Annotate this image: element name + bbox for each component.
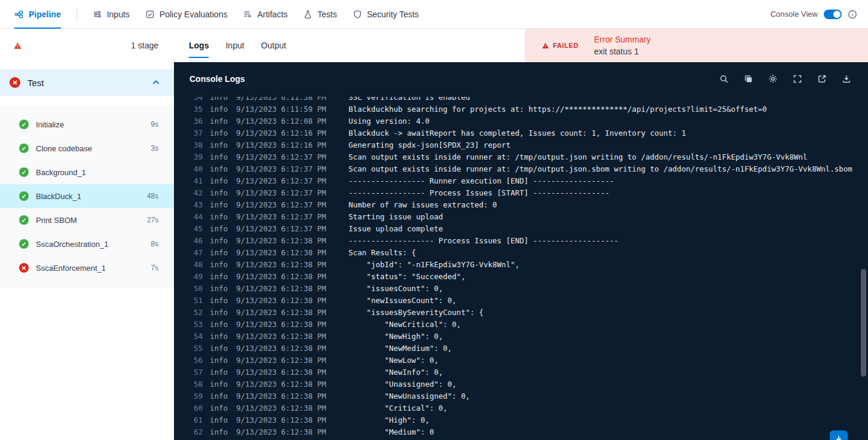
log-message: "NewHigh": 0,: [349, 331, 443, 343]
tab-pipeline[interactable]: Pipeline: [14, 0, 61, 28]
log-level: info: [210, 115, 236, 127]
line-number: 48: [190, 259, 203, 271]
log-timestamp: 9/13/2023 6:12:37 PM: [236, 187, 349, 199]
error-summary-title: Error Summary: [594, 35, 651, 44]
console-view-toggle[interactable]: [824, 10, 842, 19]
tab-inputs[interactable]: Inputs: [93, 0, 130, 28]
line-number: 44: [190, 211, 203, 223]
log-message: Scan output exists inside runner at: /tm…: [349, 151, 808, 163]
log-timestamp: 9/13/2023 6:12:38 PM: [236, 307, 349, 319]
error-summary-text: Error Summary exit status 1: [594, 35, 651, 56]
step-item[interactable]: BlackDuck_1 48s: [0, 184, 174, 208]
line-number: 37: [190, 127, 203, 139]
log-level: info: [210, 103, 236, 115]
log-level: info: [210, 319, 236, 331]
log-message: "Medium": 0: [349, 426, 434, 438]
line-number: 51: [190, 295, 203, 307]
error-summary-region: FAILED Error Summary exit status 1: [525, 29, 868, 62]
log-line: 41 info 9/13/2023 6:12:37 PM -----------…: [190, 175, 858, 187]
log-line: 49 info 9/13/2023 6:12:38 PM "status": "…: [190, 271, 858, 283]
console-view-label: Console View: [771, 10, 818, 19]
fullscreen-icon[interactable]: [793, 74, 802, 84]
step-item[interactable]: SscaOrchestration_1 8s: [0, 232, 174, 256]
shield-icon: [353, 10, 362, 19]
gear-icon[interactable]: [768, 74, 778, 84]
step-name: BlackDuck_1: [36, 192, 140, 201]
log-level: info: [210, 259, 236, 271]
stage-test[interactable]: Test: [0, 69, 174, 96]
chevron-up-icon[interactable]: [151, 78, 161, 87]
tab-divider: [77, 8, 77, 21]
log-timestamp: 9/13/2023 6:12:38 PM: [236, 366, 349, 378]
log-message: ----------------- Runner execution [END]…: [349, 175, 614, 187]
log-message: ------------------- Process Issues [END]…: [349, 235, 619, 247]
log-level: info: [210, 97, 236, 103]
stage-name: Test: [27, 78, 144, 88]
tab-tests[interactable]: Tests: [303, 0, 337, 28]
search-icon[interactable]: [719, 74, 729, 84]
line-number: 50: [190, 283, 203, 295]
log-level: info: [210, 295, 236, 307]
log-timestamp: 9/13/2023 6:12:38 PM: [236, 283, 349, 295]
log-timestamp: 9/13/2023 6:12:08 PM: [236, 115, 349, 127]
log-line: 35 info 9/13/2023 6:11:59 PM Blackduckhu…: [190, 103, 858, 115]
log-level: info: [210, 271, 236, 283]
tab-security-tests[interactable]: Security Tests: [353, 0, 419, 28]
log-line: 39 info 9/13/2023 6:12:37 PM Scan output…: [190, 151, 858, 163]
step-duration: 27s: [147, 216, 158, 224]
log-line: 57 info 9/13/2023 6:12:38 PM "NewInfo": …: [190, 366, 858, 378]
log-line: 56 info 9/13/2023 6:12:38 PM "NewLow": 0…: [190, 355, 858, 366]
log-message: Issue upload complete: [349, 223, 443, 235]
log-timestamp: 9/13/2023 6:12:16 PM: [236, 127, 349, 139]
line-number: 42: [190, 187, 203, 199]
log-level: info: [210, 355, 236, 366]
tab-policy-evaluations[interactable]: Policy Evaluations: [145, 0, 228, 28]
step-item[interactable]: SscaEnforcement_1 7s: [0, 256, 174, 280]
open-in-new-icon[interactable]: [817, 74, 827, 84]
line-number: 47: [190, 247, 203, 259]
log-viewport[interactable]: 34 info 9/13/2023 6:11:58 PM SSL verific…: [174, 97, 858, 440]
log-message: "NewInfo": 0,: [349, 366, 443, 378]
log-level: info: [210, 175, 236, 187]
tab-output[interactable]: Output: [261, 29, 286, 62]
log-line: 36 info 9/13/2023 6:12:08 PM Using versi…: [190, 115, 858, 127]
console-toolbar: [719, 74, 851, 84]
log-level: info: [210, 211, 236, 223]
log-line: 38 info 9/13/2023 6:12:16 PM Generating …: [190, 139, 858, 151]
log-level: info: [210, 390, 236, 402]
step-item[interactable]: Initialize 9s: [0, 112, 174, 136]
line-number: 41: [190, 175, 203, 187]
tab-logs[interactable]: Logs: [189, 29, 209, 62]
tab-input[interactable]: Input: [225, 29, 244, 62]
scroll-to-bottom-button[interactable]: [830, 430, 848, 440]
warning-triangle-icon: [542, 42, 549, 50]
download-icon[interactable]: [842, 74, 851, 84]
log-message: "High": 0,: [349, 414, 429, 426]
log-timestamp: 9/13/2023 6:12:38 PM: [236, 235, 349, 247]
log-level: info: [210, 414, 236, 426]
step-item[interactable]: Clone codebase 3s: [0, 136, 174, 160]
console-scrollbar[interactable]: [861, 97, 866, 440]
step-item[interactable]: Print SBOM 27s: [0, 208, 174, 232]
top-tabs: Pipeline Inputs Policy Evaluat: [14, 0, 419, 28]
info-icon[interactable]: [848, 10, 857, 19]
console-title: Console Logs: [190, 74, 245, 84]
log-level: info: [210, 223, 236, 235]
step-status-icon: [19, 120, 29, 129]
console-scrollbar-thumb[interactable]: [861, 269, 866, 377]
log-line: 43 info 9/13/2023 6:12:37 PM Number of r…: [190, 199, 858, 211]
line-number: 52: [190, 307, 203, 319]
log-level: info: [210, 378, 236, 390]
tab-artifacts[interactable]: Artifacts: [243, 0, 288, 28]
log-timestamp: 9/13/2023 6:12:38 PM: [236, 378, 349, 390]
step-name: Clone codebase: [36, 144, 143, 153]
artifacts-icon: [243, 10, 252, 19]
step-item[interactable]: Background_1: [0, 160, 174, 184]
step-status-icon: [19, 263, 29, 273]
log-line: 48 info 9/13/2023 6:12:38 PM "jobId": "-…: [190, 259, 858, 271]
log-timestamp: 9/13/2023 6:12:38 PM: [236, 319, 349, 331]
log-message: "NewCritical": 0,: [349, 319, 461, 331]
flask-icon: [303, 10, 313, 19]
copy-icon[interactable]: [744, 74, 753, 84]
log-tabs: Logs Input Output: [174, 29, 286, 62]
